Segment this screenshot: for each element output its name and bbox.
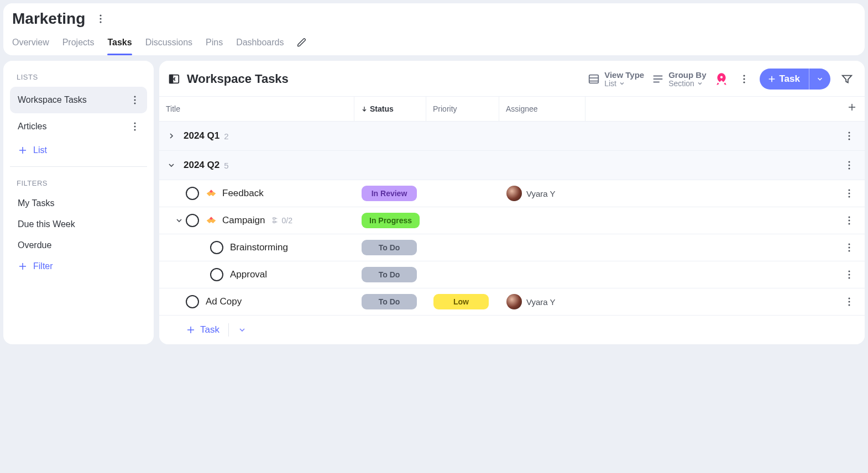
svg-point-15 bbox=[849, 132, 850, 134]
task-more-icon[interactable] bbox=[841, 213, 857, 228]
tabs: Overview Projects Tasks Discussions Pins… bbox=[12, 38, 856, 55]
tab-overview[interactable]: Overview bbox=[12, 38, 49, 55]
task-title: Campaign bbox=[222, 215, 265, 226]
rocket-icon[interactable] bbox=[714, 72, 729, 86]
col-title[interactable]: Title bbox=[159, 97, 354, 121]
sidebar-add-list-label: List bbox=[33, 145, 47, 155]
svg-point-16 bbox=[849, 135, 850, 137]
svg-point-23 bbox=[849, 196, 850, 198]
task-complete-toggle[interactable] bbox=[186, 214, 199, 227]
main-more-button[interactable] bbox=[736, 71, 752, 87]
sidebar-lists-label: LISTS bbox=[10, 66, 147, 87]
priority-badge[interactable]: Low bbox=[433, 294, 489, 309]
chevron-down-icon bbox=[619, 80, 625, 87]
section-more-icon[interactable] bbox=[841, 128, 857, 144]
task-row[interactable]: Approval To Do bbox=[159, 261, 865, 288]
view-type-selector[interactable]: View Type List bbox=[588, 71, 644, 88]
tab-dashboards[interactable]: Dashboards bbox=[236, 38, 284, 55]
chevron-right-icon[interactable] bbox=[167, 132, 180, 140]
svg-point-7 bbox=[134, 126, 136, 128]
sidebar-filter-due-this-week[interactable]: Due this Week bbox=[10, 214, 147, 235]
chevron-down-icon[interactable] bbox=[172, 216, 186, 225]
task-row[interactable]: Ad Copy To Do Low Vyara Y bbox=[159, 288, 865, 316]
svg-point-27 bbox=[849, 220, 850, 222]
group-by-selector[interactable]: Group By Section bbox=[652, 71, 706, 88]
task-more-icon[interactable] bbox=[841, 267, 857, 282]
task-complete-toggle[interactable] bbox=[186, 187, 199, 200]
svg-point-33 bbox=[849, 274, 850, 276]
sidebar-filter-overdue[interactable]: Overdue bbox=[10, 235, 147, 256]
section-row[interactable]: 2024 Q2 5 bbox=[159, 151, 865, 180]
sidebar-item-label: Workspace Tasks bbox=[18, 95, 87, 105]
section-row[interactable]: 2024 Q1 2 bbox=[159, 122, 865, 151]
sidebar: LISTS Workspace Tasks Articles List bbox=[3, 61, 154, 344]
task-row[interactable]: Brainstorming To Do bbox=[159, 234, 865, 261]
col-status[interactable]: Status bbox=[354, 97, 426, 121]
sidebar-item-label: My Tasks bbox=[18, 198, 54, 208]
task-more-icon[interactable] bbox=[841, 186, 857, 201]
task-more-icon[interactable] bbox=[841, 240, 857, 255]
assignee-name: Vyara Y bbox=[526, 189, 556, 198]
subtask-indicator: 0/2 bbox=[272, 216, 292, 225]
svg-point-36 bbox=[849, 301, 850, 303]
subtask-count: 0/2 bbox=[282, 216, 292, 225]
task-row[interactable]: Campaign 0/2 In Progress bbox=[159, 207, 865, 234]
new-task-dropdown[interactable] bbox=[809, 69, 830, 90]
add-task-row: Task bbox=[159, 316, 865, 344]
svg-point-8 bbox=[134, 129, 136, 131]
add-task-dropdown[interactable] bbox=[238, 325, 247, 334]
add-task-button[interactable]: Task bbox=[186, 324, 219, 335]
chevron-down-icon[interactable] bbox=[167, 161, 180, 170]
sidebar-item-more-icon[interactable] bbox=[127, 119, 143, 134]
task-complete-toggle[interactable] bbox=[186, 295, 199, 308]
task-row[interactable]: Feedback In Review Vyara Y bbox=[159, 180, 865, 207]
status-badge[interactable]: In Progress bbox=[362, 213, 420, 228]
task-title: Ad Copy bbox=[206, 296, 242, 307]
task-title: Brainstorming bbox=[230, 242, 288, 253]
col-assignee[interactable]: Assignee bbox=[499, 97, 585, 121]
svg-rect-24 bbox=[273, 218, 275, 219]
header-more-button[interactable] bbox=[93, 11, 108, 27]
tab-discussions[interactable]: Discussions bbox=[145, 38, 192, 55]
handshake-icon bbox=[206, 215, 217, 226]
tab-tasks[interactable]: Tasks bbox=[107, 38, 132, 55]
col-status-label: Status bbox=[370, 104, 394, 113]
col-priority[interactable]: Priority bbox=[426, 97, 499, 121]
section-count: 2 bbox=[224, 132, 228, 141]
status-badge[interactable]: To Do bbox=[362, 240, 417, 255]
status-badge[interactable]: To Do bbox=[362, 294, 417, 309]
tab-projects[interactable]: Projects bbox=[62, 38, 95, 55]
status-badge[interactable]: To Do bbox=[362, 267, 417, 282]
sidebar-add-list[interactable]: List bbox=[10, 140, 147, 161]
main-title: Workspace Tasks bbox=[187, 72, 289, 86]
svg-point-4 bbox=[134, 99, 136, 101]
status-badge[interactable]: In Review bbox=[362, 186, 417, 201]
edit-tabs-icon[interactable] bbox=[297, 38, 307, 55]
svg-point-14 bbox=[743, 81, 745, 83]
filter-icon[interactable] bbox=[838, 70, 856, 88]
sidebar-add-filter-label: Filter bbox=[33, 261, 53, 271]
sidebar-item-more-icon[interactable] bbox=[127, 92, 143, 108]
svg-point-13 bbox=[743, 78, 745, 80]
sidebar-add-filter[interactable]: Filter bbox=[10, 256, 147, 277]
task-complete-toggle[interactable] bbox=[210, 268, 223, 281]
new-task-button[interactable]: Task bbox=[760, 69, 831, 90]
task-more-icon[interactable] bbox=[841, 294, 857, 309]
collapse-sidebar-icon[interactable] bbox=[168, 73, 180, 85]
task-title: Feedback bbox=[222, 188, 264, 199]
section-title: 2024 Q2 bbox=[184, 160, 219, 171]
main-header: Workspace Tasks View Type List bbox=[159, 61, 865, 96]
chevron-down-icon bbox=[238, 325, 247, 334]
sidebar-filter-my-tasks[interactable]: My Tasks bbox=[10, 193, 147, 214]
add-column-icon[interactable] bbox=[847, 102, 857, 115]
view-type-label: View Type bbox=[604, 71, 644, 79]
svg-point-21 bbox=[849, 190, 850, 191]
tab-pins[interactable]: Pins bbox=[206, 38, 223, 55]
svg-rect-11 bbox=[589, 75, 599, 83]
sidebar-list-articles[interactable]: Articles bbox=[10, 113, 147, 140]
sidebar-list-workspace-tasks[interactable]: Workspace Tasks bbox=[10, 87, 147, 113]
svg-point-37 bbox=[849, 304, 850, 306]
task-complete-toggle[interactable] bbox=[210, 241, 223, 254]
section-more-icon[interactable] bbox=[841, 157, 857, 173]
chevron-down-icon bbox=[697, 80, 703, 87]
